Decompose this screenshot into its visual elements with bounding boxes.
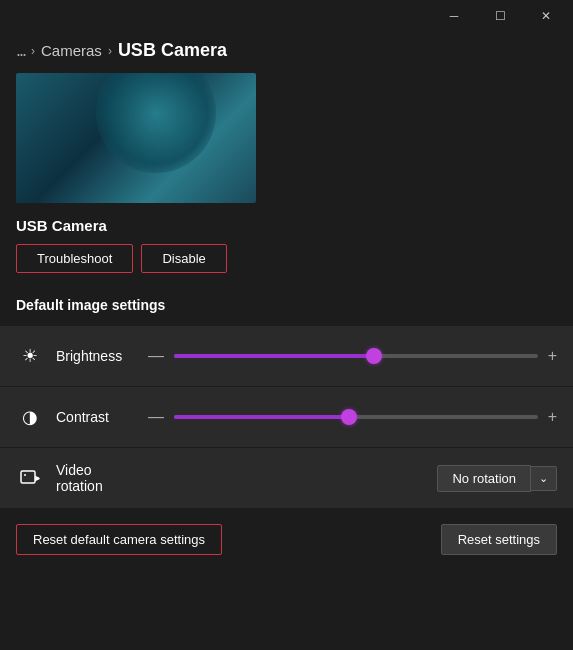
section-heading: Default image settings	[0, 289, 573, 325]
video-rotation-label: Video rotation	[56, 462, 136, 494]
brightness-slider-container: — +	[148, 347, 557, 365]
brightness-minus-button[interactable]: —	[148, 347, 164, 365]
video-rotation-row: Video rotation No rotation ⌄	[0, 448, 573, 508]
svg-rect-0	[21, 471, 35, 483]
disable-button[interactable]: Disable	[141, 244, 226, 273]
camera-preview	[16, 73, 256, 203]
contrast-slider-fill	[174, 415, 349, 419]
rotation-value-button[interactable]: No rotation	[437, 465, 531, 492]
troubleshoot-button[interactable]: Troubleshoot	[16, 244, 133, 273]
reset-settings-button[interactable]: Reset settings	[441, 524, 557, 555]
bottom-bar: Reset default camera settings Reset sett…	[0, 510, 573, 569]
breadcrumb-current: USB Camera	[118, 40, 227, 61]
brightness-slider-fill	[174, 354, 374, 358]
contrast-plus-button[interactable]: +	[548, 408, 557, 426]
brightness-row: ☀ Brightness — +	[0, 326, 573, 386]
brightness-slider-thumb[interactable]	[366, 348, 382, 364]
maximize-button[interactable]: ☐	[477, 0, 523, 32]
reset-default-button[interactable]: Reset default camera settings	[16, 524, 222, 555]
video-rotation-icon	[16, 464, 44, 492]
breadcrumb-dots[interactable]: ...	[16, 40, 25, 61]
action-buttons: Troubleshoot Disable	[0, 244, 573, 289]
contrast-label: Contrast	[56, 409, 136, 425]
breadcrumb-cameras[interactable]: Cameras	[41, 42, 102, 59]
breadcrumb-chevron-2: ›	[108, 44, 112, 58]
rotation-chevron-button[interactable]: ⌄	[531, 466, 557, 491]
contrast-icon: ◑	[16, 403, 44, 431]
contrast-slider-thumb[interactable]	[341, 409, 357, 425]
rotation-select: No rotation ⌄	[437, 465, 557, 492]
breadcrumb-chevron-1: ›	[31, 44, 35, 58]
contrast-minus-button[interactable]: —	[148, 408, 164, 426]
contrast-slider-container: — +	[148, 408, 557, 426]
brightness-icon: ☀	[16, 342, 44, 370]
contrast-slider-track[interactable]	[174, 415, 538, 419]
device-name: USB Camera	[0, 213, 573, 244]
minimize-button[interactable]: ─	[431, 0, 477, 32]
breadcrumb: ... › Cameras › USB Camera	[0, 32, 573, 73]
brightness-label: Brightness	[56, 348, 136, 364]
title-bar: ─ ☐ ✕	[0, 0, 573, 32]
svg-point-1	[24, 474, 26, 476]
brightness-slider-track[interactable]	[174, 354, 538, 358]
close-button[interactable]: ✕	[523, 0, 569, 32]
contrast-row: ◑ Contrast — +	[0, 387, 573, 447]
brightness-plus-button[interactable]: +	[548, 347, 557, 365]
